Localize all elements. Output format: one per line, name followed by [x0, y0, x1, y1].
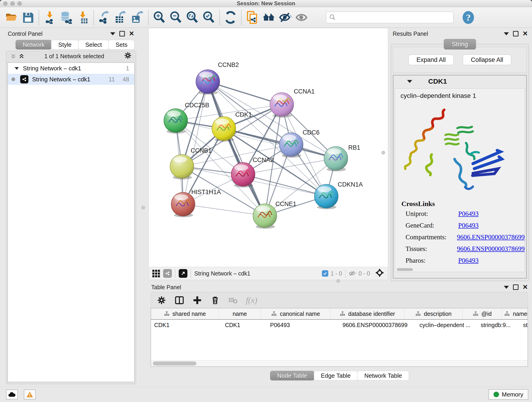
splitter-grip[interactable]: [381, 151, 385, 154]
crosslinks-section: CrossLinks Uniprot:P06493GeneCard:P06493…: [395, 200, 525, 264]
open-in-browser-icon[interactable]: [179, 269, 187, 278]
table-cell[interactable]: P06493: [267, 320, 339, 330]
network-node-CDC6[interactable]: CDC6: [279, 129, 320, 158]
zoom-in-button[interactable]: [151, 9, 167, 26]
open-file-button[interactable]: [3, 9, 20, 26]
column-header-namespace[interactable]: namespace: [502, 308, 528, 319]
hide-selected-button[interactable]: [277, 9, 293, 26]
tab-node-table[interactable]: Node Table: [270, 371, 314, 380]
column-header--id[interactable]: @id: [462, 308, 502, 319]
tab-edge-table[interactable]: Edge Table: [314, 371, 358, 380]
function-builder-icon[interactable]: f(x): [246, 295, 257, 305]
network-canvas[interactable]: CCNB2CCNA1CDC25BCDK1CDC6RB1CCNB1CCNA2CDK…: [149, 28, 387, 267]
fit-selected-crosshair-icon[interactable]: [375, 268, 384, 279]
float-panel-icon[interactable]: [119, 31, 125, 36]
table-cell[interactable]: CDK1: [222, 320, 267, 330]
tab-network[interactable]: Network: [16, 40, 51, 50]
window-title: Session: New Session: [0, 0, 532, 7]
column-tree-icon: [271, 311, 277, 317]
delete-column-button[interactable]: [210, 295, 220, 305]
column-header-name[interactable]: name: [219, 308, 261, 319]
crosslink-link[interactable]: P06493: [458, 210, 479, 217]
export-image-button[interactable]: [129, 9, 146, 26]
refresh-button[interactable]: [222, 9, 239, 26]
table-cell[interactable]: stringdb:9...: [477, 320, 520, 330]
column-header-canonical-name[interactable]: canonical name: [261, 308, 330, 319]
panel-menu-icon[interactable]: [504, 286, 509, 289]
float-panel-icon[interactable]: [513, 31, 519, 36]
tab-select[interactable]: Select: [78, 40, 109, 50]
delete-table-button[interactable]: [228, 295, 238, 305]
crosslink-link[interactable]: P06493: [458, 222, 479, 229]
network-row[interactable]: String Network – cdk1 11 48: [8, 74, 134, 85]
gene-description: cyclin–dependent kinase 1: [395, 89, 525, 99]
home-networks-button[interactable]: [260, 9, 277, 26]
network-share-icon[interactable]: [163, 269, 172, 278]
add-column-button[interactable]: [192, 295, 202, 305]
zoom-out-button[interactable]: [167, 9, 184, 26]
tab-style[interactable]: Style: [51, 40, 79, 50]
panel-menu-icon[interactable]: [504, 32, 509, 35]
node-label-CDKN1A: CDKN1A: [338, 181, 363, 188]
show-columns-button[interactable]: [174, 295, 184, 305]
export-network-button[interactable]: [96, 9, 113, 26]
selected-checkbox[interactable]: [322, 270, 328, 277]
tab-sets[interactable]: Sets: [108, 40, 134, 50]
close-panel-icon[interactable]: ✕: [523, 32, 528, 36]
table-cell[interactable]: cyclin–dependent ...: [416, 320, 477, 330]
network-node-CDKN1A[interactable]: CDKN1A: [314, 181, 363, 209]
grid-view-icon[interactable]: [152, 270, 160, 277]
crosslink-link[interactable]: P06493: [458, 257, 479, 264]
results-panel-title: Results Panel: [393, 31, 428, 37]
zoom-fit-button[interactable]: [184, 9, 201, 26]
duplicate-network-button[interactable]: [244, 9, 260, 26]
expand-all-networks-icon[interactable]: [19, 53, 25, 59]
cloud-status-button[interactable]: [6, 389, 18, 400]
crosslink-link[interactable]: 9606.ENSP00000378699: [457, 245, 525, 253]
zoom-selected-button[interactable]: [201, 9, 217, 26]
network-edge-HIST1H1A-CCNE1[interactable]: [183, 204, 265, 216]
float-panel-icon[interactable]: [513, 284, 519, 290]
table-cell[interactable]: CDK1: [151, 320, 222, 330]
network-node-HIST1H1A[interactable]: HIST1H1A: [171, 189, 221, 217]
import-network-button[interactable]: [41, 9, 58, 26]
warnings-button[interactable]: [24, 389, 36, 400]
close-panel-icon[interactable]: ✕: [129, 32, 134, 36]
table-hscrollbar[interactable]: [151, 360, 528, 366]
export-table-button[interactable]: [113, 9, 129, 26]
collapse-all-button[interactable]: Collapse All: [463, 55, 511, 65]
table-options-gear-button[interactable]: [157, 295, 167, 305]
save-session-button[interactable]: [20, 9, 36, 26]
splitter-grip[interactable]: [141, 206, 145, 210]
string-results-tab[interactable]: String: [444, 39, 476, 50]
panel-menu-icon[interactable]: [110, 32, 115, 35]
node-label-CCNA2: CCNA2: [253, 157, 274, 163]
tab-network-table[interactable]: Network Table: [357, 371, 409, 380]
help-button[interactable]: ?: [462, 11, 475, 24]
table-cell[interactable]: 9606.ENSP00000378699: [339, 320, 416, 330]
table-row[interactable]: CDK1CDK1P064939606.ENSP00000378699cyclin…: [151, 320, 528, 330]
import-network-from-database-button[interactable]: [58, 9, 75, 26]
gene-collapse-icon[interactable]: [407, 80, 412, 83]
import-table-button[interactable]: [75, 9, 91, 26]
column-header-database-identifier[interactable]: database identifier: [330, 308, 404, 319]
memory-button[interactable]: Memory: [488, 389, 528, 400]
network-options-gear-icon[interactable]: [124, 51, 132, 61]
close-panel-icon[interactable]: ✕: [523, 285, 528, 289]
results-hscrollbar-thumb[interactable]: [397, 268, 413, 271]
column-header-description[interactable]: description: [404, 308, 462, 319]
network-edge-CCNB2-CCNE1[interactable]: [208, 82, 265, 216]
network-node-RB1[interactable]: RB1: [324, 144, 360, 172]
collection-expand-icon[interactable]: [15, 67, 19, 70]
column-header-shared-name[interactable]: shared name: [151, 308, 219, 319]
network-node-CCNA1[interactable]: CCNA1: [270, 88, 315, 118]
expand-all-button[interactable]: Expand All: [409, 55, 454, 65]
export-image-icon: [131, 11, 144, 24]
table-cell[interactable]: stringdb: [520, 320, 528, 330]
collapse-all-networks-icon[interactable]: [10, 53, 16, 59]
network-collection-row[interactable]: String Network – cdk1 1: [8, 63, 134, 74]
table-hscrollbar-thumb[interactable]: [153, 361, 196, 366]
crosslink-link[interactable]: 9606.ENSP00000378699: [457, 233, 525, 241]
search-input[interactable]: [326, 12, 453, 23]
show-all-button[interactable]: [293, 9, 310, 26]
